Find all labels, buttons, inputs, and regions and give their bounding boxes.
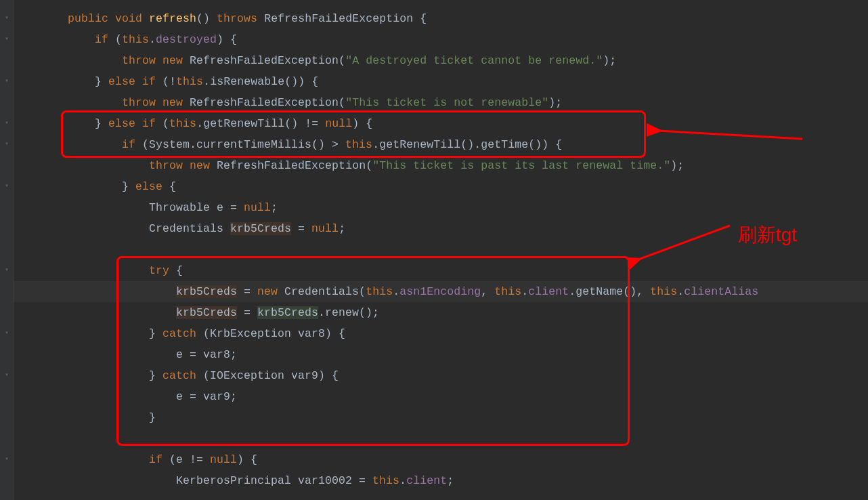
source-code[interactable]: public void refresh() throws RefreshFail… <box>14 8 868 491</box>
gutter: ▾▾▾▾▾▾▾▾▾▾ <box>0 0 14 500</box>
token: ); <box>548 96 562 109</box>
token: e = var8; <box>176 348 237 361</box>
code-line[interactable]: if (e != null) { <box>14 449 868 470</box>
fold-toggle-icon[interactable]: ▾ <box>2 329 12 338</box>
fold-toggle-icon[interactable]: ▾ <box>2 371 12 380</box>
fold-toggle-icon[interactable]: ▾ <box>2 266 12 275</box>
token <box>156 96 162 109</box>
code-line[interactable]: throw new RefreshFailedException("This t… <box>14 92 868 113</box>
code-line[interactable]: } catch (KrbException var8) { <box>14 323 868 344</box>
token: null <box>244 201 271 214</box>
token: "A destroyed ticket cannot be renewd." <box>345 54 603 67</box>
token: { <box>169 264 183 277</box>
token: try <box>149 264 169 277</box>
token: else <box>108 75 135 88</box>
code-line[interactable]: if (System.currentTimeMillis() > this.ge… <box>14 134 868 155</box>
token: if <box>142 75 156 88</box>
token: } <box>95 75 108 88</box>
fold-toggle-icon[interactable]: ▾ <box>2 35 12 44</box>
token: destroyed <box>156 33 217 46</box>
token: else <box>108 117 135 130</box>
code-line[interactable]: e = var8; <box>14 344 868 365</box>
token: this <box>122 33 149 46</box>
token: . <box>677 285 684 298</box>
token: this <box>650 285 677 298</box>
code-line[interactable]: if (this.destroyed) { <box>14 29 868 50</box>
fold-toggle-icon[interactable]: ▾ <box>2 455 12 464</box>
token: if <box>149 453 162 466</box>
token: } <box>149 327 162 340</box>
token: client <box>406 474 447 487</box>
token: null <box>325 117 352 130</box>
token: = <box>237 306 257 319</box>
token: this <box>345 138 372 151</box>
token: } <box>122 180 135 193</box>
token: (KrbException var8) { <box>196 327 345 340</box>
token: . <box>399 474 406 487</box>
token: ( <box>108 33 122 46</box>
token <box>142 12 149 25</box>
token: = <box>237 285 257 298</box>
code-line[interactable]: KerberosPrincipal var10002 = this.client… <box>14 470 868 491</box>
code-line[interactable]: } else if (!this.isRenewable()) { <box>14 71 868 92</box>
token: refresh <box>149 12 196 25</box>
token: asn1Encoding <box>399 285 481 298</box>
token <box>108 12 115 25</box>
token: new <box>190 159 210 172</box>
token: "This ticket is past its last renewal ti… <box>372 159 670 172</box>
token: throw <box>122 96 156 109</box>
token: this <box>169 117 196 130</box>
token: client <box>528 285 569 298</box>
code-line[interactable]: } <box>14 407 868 428</box>
token: "This ticket is not renewable" <box>345 96 548 109</box>
code-area[interactable]: public void refresh() throws RefreshFail… <box>14 0 868 500</box>
code-line[interactable]: } else if (this.getRenewTill() != null) … <box>14 113 868 134</box>
fold-toggle-icon[interactable]: ▾ <box>2 140 12 149</box>
token <box>135 75 142 88</box>
code-line[interactable]: } catch (IOException var9) { <box>14 365 868 386</box>
code-line[interactable] <box>14 428 868 449</box>
token <box>135 117 142 130</box>
token: krb5Creds <box>230 222 291 235</box>
code-line[interactable]: Throwable e = null; <box>14 197 868 218</box>
fold-toggle-icon[interactable]: ▾ <box>2 119 12 128</box>
token: ); <box>670 159 684 172</box>
token: ; <box>447 474 454 487</box>
fold-toggle-icon[interactable]: ▾ <box>2 182 12 191</box>
token: .getName(), <box>569 285 650 298</box>
fold-toggle-icon[interactable]: ▾ <box>2 77 12 86</box>
token: (System. <box>135 138 196 151</box>
token: ) { <box>352 117 372 130</box>
token: } <box>149 369 162 382</box>
token: { <box>162 180 176 193</box>
token: if <box>122 138 135 151</box>
code-line[interactable]: public void refresh() throws RefreshFail… <box>14 8 868 29</box>
token: KerberosPrincipal var10002 = <box>176 474 372 487</box>
token: clientAlias <box>684 285 758 298</box>
token: krb5Creds <box>257 306 318 319</box>
code-line[interactable]: try { <box>14 260 868 281</box>
token: void <box>115 12 142 25</box>
token: , <box>481 285 494 298</box>
token: () > <box>311 138 345 151</box>
token: . <box>521 285 528 298</box>
code-line[interactable]: krb5Creds = krb5Creds.renew(); <box>14 302 868 323</box>
token: throw <box>122 54 156 67</box>
token: this <box>176 75 203 88</box>
code-line[interactable]: krb5Creds = new Credentials(this.asn1Enc… <box>14 281 868 302</box>
token: new <box>162 54 183 67</box>
token: null <box>311 222 339 235</box>
token: catch <box>162 327 196 340</box>
code-line[interactable]: e = var9; <box>14 386 868 407</box>
fold-toggle-icon[interactable]: ▾ <box>2 14 12 23</box>
code-editor[interactable]: ▾▾▾▾▾▾▾▾▾▾ public void refresh() throws … <box>0 0 868 500</box>
code-line[interactable]: throw new RefreshFailedException("A dest… <box>14 50 868 71</box>
token: .getRenewTill().getTime()) { <box>372 138 562 151</box>
code-line[interactable]: } else { <box>14 176 868 197</box>
token: new <box>162 96 183 109</box>
token: else <box>135 180 162 193</box>
token <box>183 159 190 172</box>
code-line[interactable]: throw new RefreshFailedException("This t… <box>14 155 868 176</box>
token: throw <box>149 159 183 172</box>
token: . <box>393 285 399 298</box>
